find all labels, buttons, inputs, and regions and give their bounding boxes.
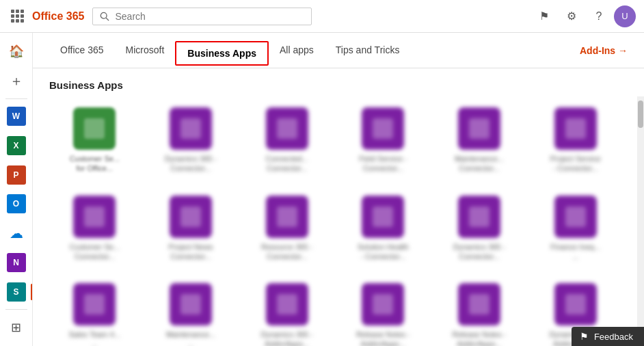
app-tile[interactable]: Connected... Connector... [241,102,332,179]
app-tile[interactable]: Project News Connector... [146,190,237,267]
app-tile[interactable]: Maintenance... Connector... [434,102,525,179]
app-tile[interactable]: Release Notes - Addin/Apps... [338,278,429,346]
app-name: Release Notes - Addin/Apps... [355,330,410,346]
app-tile[interactable]: Finance Ineq... ... [530,190,621,267]
content-area: Office 365 Microsoft Business Apps All a… [33,33,644,346]
tab-tips-and-tricks[interactable]: Tips and Tricks [325,33,411,68]
apps-grid: Customer Se... for Office...Dynamics 365… [49,102,621,346]
app-icon-box [362,107,404,150]
app-name: Connected... Connector... [260,154,314,174]
app-tile[interactable]: Project Service - Connector... [530,102,621,179]
search-box[interactable] [92,8,311,25]
tab-business-apps[interactable]: Business Apps [175,41,269,66]
app-name: Project Service - Connector... [548,154,603,174]
app-name: Dynamics 365 - Addin/Apps... [260,330,314,346]
app-icon-box [170,196,212,238]
tab-office365[interactable]: Office 365 [49,33,115,68]
app-icon-box [266,283,308,325]
sidebar-divider [5,98,27,99]
app-icon-box [554,107,597,150]
apps-container: Customer Se... for Office...Dynamics 365… [33,96,644,346]
sidebar-item-onedrive[interactable]: ☁ [3,220,30,247]
outlook-icon: O [7,194,26,213]
app-icon-box [458,196,500,238]
svg-point-0 [101,12,107,18]
avatar[interactable]: U [614,5,636,27]
svg-line-1 [107,18,109,21]
add-ins-link[interactable]: Add-Ins → [580,45,628,56]
search-input[interactable] [115,11,304,22]
app-icon-box [362,283,404,325]
nav-tabs: Office 365 Microsoft Business Apps All a… [33,33,644,68]
app-tile[interactable]: Sales Team 4... ... [49,278,140,346]
settings-button[interactable]: ⚙ [559,4,584,29]
app-tile[interactable]: Resource 365 - Connector... [241,190,332,267]
app-icon-box [458,283,500,325]
scrollbar[interactable] [637,96,644,346]
app-tile[interactable]: Dynamics 365 - Connector... [146,102,237,179]
topbar-logo: Office 365 [8,7,84,25]
app-tile[interactable]: Customer Se... Connector... [49,190,140,267]
sidebar-item-onenote[interactable]: N [3,250,30,276]
app-tile[interactable]: Maintenance... ... [146,278,237,346]
app-name: Customer Se... Connector... [67,242,122,262]
flag-button[interactable]: ⚑ [532,4,556,29]
app-icon-box [73,196,116,238]
app-name: Dynamics 365 - Connector... [163,154,218,174]
app-name: Dynamics 365 - Connector... [452,242,507,262]
app-icon-box [362,196,404,238]
main-layout: 🏠 ＋ W X P O ☁ N S ⊞ [0,33,644,346]
sharepoint-icon: S [7,282,26,302]
sidebar-item-home[interactable]: 🏠 [3,38,30,65]
app-icon-box [266,196,308,238]
app-icon-box [554,196,597,238]
app-name: Resource 365 - Connector... [260,242,314,262]
tab-all-apps[interactable]: All apps [269,33,325,68]
sidebar-item-add[interactable]: ＋ [3,68,30,94]
onedrive-icon: ☁ [10,225,23,241]
app-tile[interactable]: Field Service - Connector... [338,102,429,179]
home-icon: 🏠 [9,44,24,59]
app-name: Maintenance... Connector... [452,154,507,174]
help-button[interactable]: ? [587,4,611,29]
waffle-menu[interactable] [8,7,27,25]
sidebar-item-powerpoint[interactable]: P [3,161,30,188]
feedback-button[interactable]: ⚑ Feedback [572,327,644,346]
section-title: Business Apps [33,68,644,96]
sidebar-item-outlook[interactable]: O [3,191,30,217]
app-icon-box [73,107,116,150]
app-tile[interactable]: Dynamics 365 - Addin/Apps... [241,278,332,346]
app-tile[interactable]: Dynamics 365 - Connector... [434,190,525,267]
onenote-icon: N [7,253,26,272]
feedback-icon: ⚑ [580,331,589,342]
tab-microsoft[interactable]: Microsoft [115,33,176,68]
app-icon-box [266,107,308,150]
sidebar: 🏠 ＋ W X P O ☁ N S ⊞ [0,33,33,346]
sidebar-item-excel[interactable]: X [3,132,30,159]
app-icon-box [170,107,212,150]
app-tile[interactable]: Customer Se... for Office... [49,102,140,179]
plus-icon: ＋ [10,72,23,90]
app-name: Finance Ineq... ... [548,242,603,262]
search-icon [100,12,109,21]
app-name: Maintenance... ... [163,330,218,346]
apps-scroll[interactable]: Customer Se... for Office...Dynamics 365… [33,96,637,346]
sidebar-item-allapps[interactable]: ⊞ [3,314,30,341]
topbar: Office 365 ⚑ ⚙ ? U [0,0,644,33]
excel-icon: X [7,136,26,155]
app-name: Field Service - Connector... [355,154,410,174]
word-icon: W [7,107,26,126]
app-icon-box [458,107,500,150]
allapps-icon: ⊞ [11,320,21,335]
app-tile[interactable]: Solution Health - Connector... [338,190,429,267]
app-icon-box [554,283,597,325]
feedback-label: Feedback [594,332,633,342]
sidebar-item-sharepoint[interactable]: S [3,278,30,305]
app-icon-box [170,283,212,325]
topbar-actions: ⚑ ⚙ ? U [532,4,636,29]
scroll-thumb[interactable] [638,101,643,128]
app-tile[interactable]: Release Notes - Addin/Apps... [434,278,525,346]
app-name: Solution Health - Connector... [355,242,410,262]
sidebar-item-word[interactable]: W [3,103,30,130]
app-name: Release Notes - Addin/Apps... [452,330,507,346]
